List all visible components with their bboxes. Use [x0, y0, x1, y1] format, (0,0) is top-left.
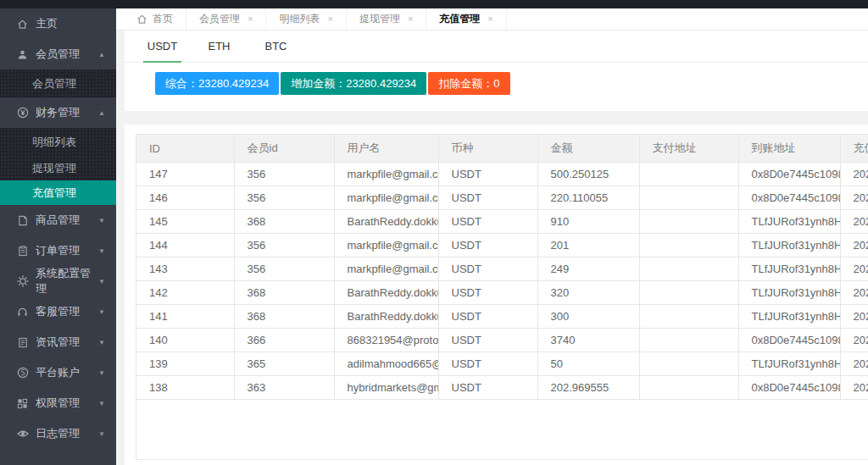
table-row: 145368BarathReddy.dokku...USDT910TLfJURo… [136, 210, 868, 234]
sidebar-item[interactable]: 订单管理▼ [0, 235, 116, 266]
coin-tab-eth[interactable]: ETH [191, 30, 248, 62]
table-cell [639, 163, 738, 186]
coin-tab-usdt[interactable]: USDT [134, 30, 191, 62]
table-cell: BarathReddy.dokku... [334, 281, 438, 305]
sidebar-item[interactable]: 资讯管理▼ [0, 327, 116, 357]
chevron-down-icon: ▼ [98, 369, 105, 377]
table-cell: 145 [136, 210, 234, 234]
table-cell: USDT [438, 281, 537, 305]
badge-label: 扣除金额： [438, 77, 493, 90]
window-tab-label: 首页 [153, 12, 173, 26]
sidebar-item[interactable]: 权限管理▼ [0, 388, 116, 418]
table-cell: adilmahmood665@... [334, 352, 438, 376]
close-icon[interactable]: × [487, 14, 492, 24]
badge-label: 综合： [165, 77, 198, 90]
summary-badges: 综合：23280.429234增加金额：23280.429234扣除金额：0 [125, 63, 868, 95]
table-row: 143356markpfile@gmail.comUSDT249TLfJURof… [136, 257, 868, 281]
table-cell [639, 305, 738, 329]
top-strip [0, 0, 868, 8]
table-row: 142368BarathReddy.dokku...USDT320TLfJURo… [136, 281, 868, 305]
sidebar-item-label: 平台账户 [36, 365, 80, 380]
table-cell: TLfJURof31ynh8Hy... [738, 352, 840, 376]
table-cell: 201 [537, 234, 639, 257]
table-cell [639, 210, 738, 234]
chevron-up-icon: ▲ [98, 109, 105, 117]
table-cell: 368 [234, 305, 334, 329]
sidebar-subitem[interactable]: 充值管理 [0, 180, 116, 205]
column-header: 用户名 [334, 135, 438, 163]
table-cell: TLfJURof31ynh8Hy... [738, 305, 840, 329]
table-cell: 368 [234, 281, 334, 305]
table-cell: 0x8D0e7445c1098f... [738, 163, 840, 186]
table-cell: 365 [234, 352, 334, 376]
sidebar-item[interactable]: 客服管理▼ [0, 296, 116, 327]
column-header: 支付地址 [639, 135, 738, 163]
table-cell: 3740 [537, 329, 639, 352]
column-header: 币种 [438, 135, 537, 163]
coin-tab-label: BTC [265, 40, 287, 53]
close-icon[interactable]: × [408, 14, 413, 24]
window-tab[interactable]: 会员管理× [186, 8, 266, 30]
table-cell: USDT [438, 234, 537, 257]
table-cell: 356 [234, 234, 334, 257]
table-cell [639, 234, 738, 257]
table-cell: USDT [438, 257, 537, 281]
table-cell: USDT [438, 186, 537, 210]
sidebar-item[interactable]: 商品管理▼ [0, 205, 116, 235]
chevron-down-icon: ▼ [98, 308, 105, 316]
sidebar-item[interactable]: S平台账户▼ [0, 357, 116, 388]
window-tab-label: 会员管理 [199, 12, 240, 26]
table-cell: 0x8D0e7445c1098f... [738, 186, 840, 210]
window-tab[interactable]: 首页 [124, 8, 186, 30]
coin-tab-label: ETH [209, 40, 231, 53]
sidebar-item[interactable]: 系统配置管理▼ [0, 266, 116, 296]
table-cell: 320 [537, 281, 639, 305]
table-cell: 2023- [840, 186, 868, 210]
window-tab[interactable]: 明细列表× [266, 8, 346, 30]
sidebar-item-label: 主页 [36, 16, 58, 31]
table-cell: 0x8D0e7445c1098f... [738, 376, 840, 400]
window-tab[interactable]: 充值管理× [426, 8, 506, 30]
table-cell [639, 257, 738, 281]
close-icon[interactable]: × [248, 14, 253, 24]
finance-icon [16, 107, 29, 119]
log-icon [16, 428, 29, 440]
table-cell [639, 376, 738, 400]
coin-tab-btc[interactable]: BTC [248, 30, 304, 62]
column-header: 充值时间 [840, 135, 868, 163]
recharge-table: ID会员id用户名币种金额支付地址到账地址充值时间 147356markpfil… [136, 135, 868, 400]
sidebar-subitem-label: 充值管理 [32, 185, 76, 201]
sidebar-item[interactable]: 主页 [0, 8, 116, 39]
table-card: ID会员id用户名币种金额支付地址到账地址充值时间 147356markpfil… [125, 125, 868, 465]
window-tab-label: 提现管理 [359, 12, 400, 26]
summary-badge: 综合：23280.429234 [155, 72, 279, 95]
table-cell: 2023- [840, 163, 868, 186]
table-cell: TLfJURof31ynh8Hy... [738, 210, 840, 234]
home-icon [136, 14, 147, 25]
sidebar-subitem[interactable]: 明细列表 [0, 128, 116, 156]
summary-badge: 增加金额：23280.429234 [281, 72, 426, 95]
chevron-down-icon: ▼ [98, 217, 105, 224]
table-cell: 144 [136, 234, 234, 257]
sidebar-item[interactable]: 会员管理▲ [0, 39, 116, 69]
table-cell: 146 [136, 186, 234, 210]
sidebar-item-label: 系统配置管理 [36, 266, 98, 296]
content-area: USDTETHBTC 综合：23280.429234增加金额：23280.429… [116, 30, 868, 465]
sidebar-subitem[interactable]: 会员管理 [0, 69, 116, 97]
sidebar-item-label: 资讯管理 [36, 335, 80, 350]
table-row: 139365adilmahmood665@...USDT50TLfJURof31… [136, 352, 868, 376]
sidebar-subitem[interactable]: 提现管理 [0, 156, 116, 180]
close-icon[interactable]: × [327, 14, 332, 24]
permission-icon [16, 397, 29, 410]
sidebar-item[interactable]: 日志管理▼ [0, 418, 116, 449]
home-icon [16, 18, 29, 30]
sidebar-item-label: 权限管理 [36, 396, 80, 411]
chevron-down-icon: ▼ [98, 247, 105, 255]
chevron-down-icon: ▼ [98, 339, 105, 346]
table-cell: markpfile@gmail.com [334, 186, 438, 210]
sidebar-item[interactable]: 财务管理▲ [0, 97, 116, 128]
window-tab[interactable]: 提现管理× [347, 8, 426, 30]
table-cell: 0x8D0e7445c1098f... [738, 329, 840, 352]
table-cell [639, 186, 738, 210]
table-cell: 500.250125 [537, 163, 639, 186]
